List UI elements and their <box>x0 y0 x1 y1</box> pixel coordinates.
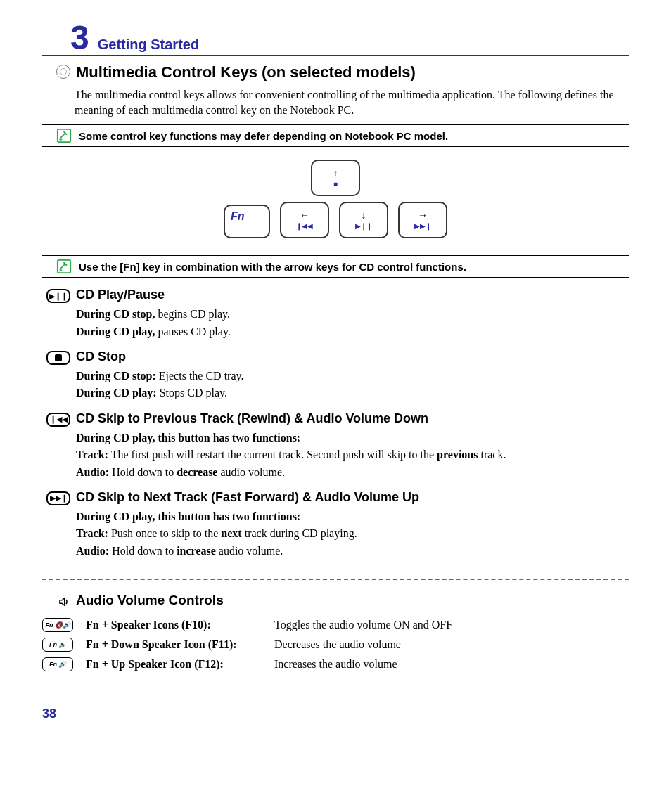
note-icon <box>56 259 72 274</box>
sub-body-stop: During CD stop: Ejects the CD tray. Duri… <box>76 368 629 401</box>
sub-title-play: CD Play/Pause <box>76 288 165 302</box>
sub-title-next: CD Skip to Next Track (Fast Forward) & A… <box>76 490 419 505</box>
section-intro: The multimedia control keys allows for c… <box>75 87 629 117</box>
arrow-down-icon: ↓ <box>362 210 366 220</box>
text: Stops CD play. <box>157 387 227 399</box>
key-left: ← ❙◀◀ <box>280 202 329 238</box>
text: next <box>221 527 241 539</box>
speaker-icon <box>58 595 70 608</box>
text: The first push will restart the current … <box>108 449 437 460</box>
arrow-up-icon: ↑ <box>333 168 338 178</box>
play-pause-icon: ▶❙❙ <box>46 289 70 303</box>
fn-f10-icon: Fn🔇🔊 <box>42 618 73 632</box>
subsection-play: ▶❙❙ CD Play/Pause <box>42 288 629 305</box>
text: Track: <box>76 527 108 539</box>
vol-row-f10: Fn🔇🔊 Fn + Speaker Icons (F10): Toggles t… <box>42 618 629 632</box>
sub-body-play: During CD stop, begins CD play. During C… <box>76 307 629 340</box>
note-icon <box>56 128 72 143</box>
vol-desc: Toggles the audio volume ON and OFF <box>274 619 452 631</box>
text: During CD play, this button has two func… <box>76 510 300 522</box>
page-number: 38 <box>42 707 629 721</box>
skip-next-icon: ▶▶❙ <box>46 491 70 505</box>
note-bar-1: Some control key functions may defer dep… <box>42 124 629 147</box>
vol-row-f12: Fn🔊 Fn + Up Speaker Icon (F12): Increase… <box>42 657 629 671</box>
sub-title-stop: CD Stop <box>76 349 126 364</box>
prev-glyph-icon: ❙◀◀ <box>296 223 313 230</box>
playpause-glyph-icon: ▶❙❙ <box>355 223 372 230</box>
text: Audio: <box>76 545 109 557</box>
divider <box>42 579 629 580</box>
audio-heading-row: Audio Volume Controls <box>42 593 629 611</box>
sub-title-prev: CD Skip to Previous Track (Rewind) & Aud… <box>76 411 428 426</box>
text: audio volume. <box>216 545 283 557</box>
section-heading-row: Multimedia Control Keys (on selected mod… <box>42 62 629 84</box>
vol-label: Fn + Down Speaker Icon (F11): <box>86 638 262 651</box>
chapter-title: Getting Started <box>98 37 199 53</box>
key-up: ↑ ■ <box>311 160 360 196</box>
stop-icon <box>46 351 70 365</box>
vol-label: Fn + Up Speaker Icon (F12): <box>86 658 262 671</box>
disc-icon <box>56 65 70 79</box>
text: Hold down to <box>109 545 177 557</box>
next-glyph-icon: ▶▶❙ <box>414 223 431 230</box>
text: increase <box>177 545 216 557</box>
arrow-right-icon: → <box>418 210 428 220</box>
text: Track: <box>76 449 108 460</box>
text: Push once to skip to the <box>108 527 221 539</box>
text: During CD play, this button has two func… <box>76 432 300 444</box>
text: begins CD play. <box>155 308 230 320</box>
sub-body-prev: During CD play, this button has two func… <box>76 430 629 480</box>
audio-title: Audio Volume Controls <box>76 593 224 608</box>
stop-glyph-icon: ■ <box>333 181 338 188</box>
text: During CD play, <box>76 326 155 337</box>
vol-label: Fn + Speaker Icons (F10): <box>86 619 262 631</box>
skip-prev-icon: ❙◀◀ <box>46 413 70 427</box>
text: pauses CD play. <box>155 326 230 337</box>
arrow-left-icon: ← <box>300 210 309 220</box>
subsection-prev: ❙◀◀ CD Skip to Previous Track (Rewind) &… <box>42 411 629 429</box>
fn-f11-icon: Fn🔉 <box>42 638 73 652</box>
text: During CD stop, <box>76 308 155 320</box>
key-diagram: ↑ ■ Fn ← ❙◀◀ ↓ ▶❙❙ → ▶▶❙ <box>42 160 629 238</box>
note-bar-2: Use the [Fn] key in combination with the… <box>42 255 629 278</box>
text: During CD play: <box>76 387 157 399</box>
text: During CD stop: <box>76 370 156 382</box>
chapter-header: 3 Getting Started <box>42 21 629 56</box>
audio-volume-table: Fn🔇🔊 Fn + Speaker Icons (F10): Toggles t… <box>42 618 629 671</box>
vol-desc: Increases the audio volume <box>274 658 397 671</box>
sub-body-next: During CD play, this button has two func… <box>76 509 629 559</box>
section-title: Multimedia Control Keys (on selected mod… <box>76 63 416 82</box>
key-down: ↓ ▶❙❙ <box>339 202 388 238</box>
subsection-next: ▶▶❙ CD Skip to Next Track (Fast Forward)… <box>42 490 629 508</box>
text: track during CD playing. <box>242 527 357 539</box>
vol-row-f11: Fn🔉 Fn + Down Speaker Icon (F11): Decrea… <box>42 638 629 652</box>
note-text-2: Use the [Fn] key in combination with the… <box>79 261 466 273</box>
text: audio volume. <box>217 466 285 478</box>
note-text-1: Some control key functions may defer dep… <box>79 130 448 142</box>
key-right: → ▶▶❙ <box>398 202 447 238</box>
text: previous <box>437 449 478 460</box>
text: Audio: <box>76 466 109 478</box>
text: Hold down to <box>109 466 177 478</box>
fn-f12-icon: Fn🔊 <box>42 657 73 671</box>
svg-rect-0 <box>58 129 70 142</box>
text: decrease <box>177 466 217 478</box>
subsection-stop: CD Stop <box>42 349 629 367</box>
key-fn: Fn <box>224 205 270 238</box>
text: track. <box>478 449 506 460</box>
text: Ejects the CD tray. <box>156 370 244 382</box>
chapter-number: 3 <box>70 21 89 55</box>
vol-desc: Decreases the audio volume <box>274 638 401 651</box>
